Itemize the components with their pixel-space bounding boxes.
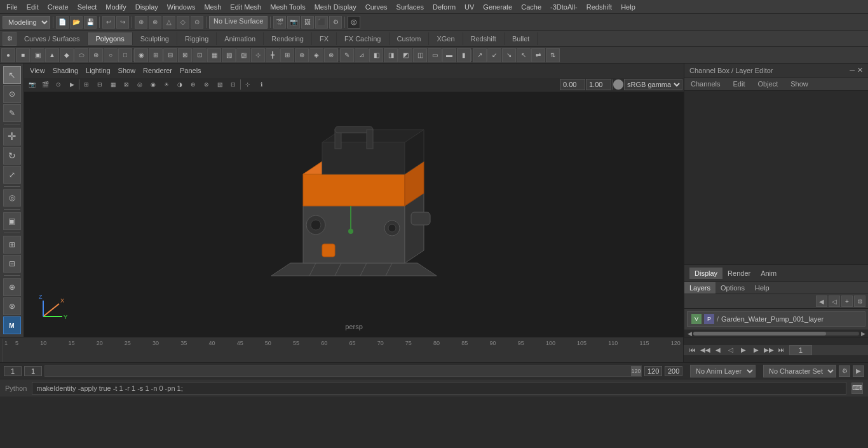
tool-j[interactable]: ◈ [309, 48, 323, 62]
cylinder-icon[interactable]: ⬭ [74, 48, 88, 62]
menu-help[interactable]: Help [617, 2, 639, 12]
tool-z[interactable]: ⇅ [546, 48, 560, 62]
command-line[interactable]: makeIdentity -apply true -t 1 -r 1 -s 1 … [32, 382, 846, 395]
tool-b[interactable]: ⊡ [193, 48, 207, 62]
current-frame[interactable]: 1 [24, 366, 42, 376]
cube2-icon[interactable]: ▣ [31, 48, 44, 62]
info-icon[interactable]: ℹ [255, 78, 268, 91]
cube3-icon[interactable]: ⊞ [149, 48, 163, 62]
menu-uv[interactable]: UV [461, 2, 478, 12]
tool-e[interactable]: ▨ [236, 48, 250, 62]
new-scene-icon[interactable]: 📄 [56, 16, 69, 29]
timeline-ruler[interactable]: 1 5 10 15 20 25 30 35 40 45 50 55 60 65 … [0, 337, 684, 362]
tool-x[interactable]: ↖ [517, 48, 531, 62]
layers-subtab[interactable]: Layers [684, 282, 715, 294]
range-end2[interactable]: 200 [665, 366, 682, 376]
cone-icon[interactable]: ▲ [45, 48, 59, 62]
cube4-icon[interactable]: ⊟ [163, 48, 177, 62]
show-menu[interactable]: Show [115, 66, 139, 75]
scroll-right-arrow[interactable]: ▶ [859, 330, 867, 337]
frame-bar-end[interactable]: 120 [631, 366, 641, 376]
tabbar-gear-icon[interactable]: ⚙ [3, 32, 17, 46]
menu-edit-mesh[interactable]: Edit Mesh [226, 2, 265, 12]
render1-icon[interactable]: 🎬 [273, 16, 286, 29]
menu-modify[interactable]: Modify [102, 2, 130, 12]
tool-h[interactable]: ⊞ [280, 48, 294, 62]
next-frame-icon[interactable]: ▶ [751, 345, 761, 355]
tool3-icon[interactable]: △ [163, 16, 175, 29]
diamond-icon[interactable]: ◆ [60, 48, 74, 62]
save-scene-icon[interactable]: 💾 [84, 16, 97, 29]
step-back-icon[interactable]: ◀◀ [700, 345, 710, 355]
display-tab[interactable]: Display [689, 268, 722, 279]
snap1-icon[interactable]: ⊕ [3, 278, 21, 296]
tab-object[interactable]: Object [751, 78, 784, 90]
hud-icon[interactable]: ⊹ [241, 78, 254, 91]
render5-icon[interactable]: ⚙ [329, 16, 342, 29]
tab-rigging[interactable]: Rigging [177, 32, 217, 45]
tool1-icon[interactable]: ⊕ [135, 16, 147, 29]
3d-viewport[interactable]: View Shading Lighting Show Renderer Pane… [24, 64, 684, 337]
view-menu[interactable]: View [27, 66, 48, 75]
gear-mesh-icon[interactable]: ⊛ [89, 48, 103, 62]
plane-icon[interactable]: □ [118, 48, 132, 62]
tab-polygons[interactable]: Polygons [88, 32, 132, 45]
tool-n[interactable]: ◧ [369, 48, 383, 62]
env-icon[interactable]: ⊕ [187, 78, 200, 91]
paint-tool-icon[interactable]: ✎ [3, 104, 21, 122]
tab-curves-surfaces[interactable]: Curves / Surfaces [17, 32, 88, 45]
menu-select[interactable]: Select [74, 2, 101, 12]
tool-a[interactable]: ⊠ [178, 48, 192, 62]
render2-icon[interactable]: 📷 [287, 16, 300, 29]
shading-menu[interactable]: Shading [50, 66, 81, 75]
tool-k[interactable]: ⊗ [324, 48, 338, 62]
tool-w[interactable]: ↘ [502, 48, 516, 62]
wire-icon[interactable]: ⊠ [120, 78, 133, 91]
tool-g[interactable]: ╋ [266, 48, 280, 62]
tab-show[interactable]: Show [784, 78, 815, 90]
render-tab[interactable]: Render [722, 268, 756, 279]
tool-f[interactable]: ⊹ [251, 48, 265, 62]
cam3-icon[interactable]: ⊙ [52, 78, 65, 91]
start-frame[interactable]: 1 [4, 366, 22, 376]
menu-mesh-tools[interactable]: Mesh Tools [266, 2, 309, 12]
prev-frame-icon[interactable]: ◀ [713, 345, 723, 355]
layers-prev-icon[interactable]: ◀ [816, 295, 827, 307]
layer-visibility[interactable]: V [691, 314, 702, 324]
command-icon[interactable]: ⌨ [851, 383, 863, 394]
cam2-icon[interactable]: 🎬 [39, 78, 51, 91]
grid-icon[interactable]: ⊞ [80, 78, 93, 91]
go-start-icon[interactable]: ⏮ [688, 345, 698, 355]
render3-icon[interactable]: 🖼 [301, 16, 314, 29]
tool-p[interactable]: ◩ [398, 48, 412, 62]
layers-scrollbar[interactable]: ◀ ▶ [684, 329, 868, 337]
tool-y[interactable]: ⇄ [531, 48, 545, 62]
layers-prev2-icon[interactable]: ◁ [829, 295, 840, 307]
move-tool-icon[interactable]: ✛ [3, 128, 21, 146]
menu-file[interactable]: File [3, 2, 22, 12]
tool-v[interactable]: ↙ [487, 48, 501, 62]
tool4-icon[interactable]: ◇ [177, 16, 189, 29]
tab-xgen[interactable]: XGen [429, 32, 463, 45]
tab-redshift[interactable]: Redshift [463, 32, 505, 45]
tool5-icon[interactable]: ⊙ [191, 16, 203, 29]
menu-surfaces[interactable]: Surfaces [393, 2, 428, 12]
menu-create[interactable]: Create [44, 2, 72, 12]
tab-fx[interactable]: FX [312, 32, 337, 45]
tool-m[interactable]: ⊿ [355, 48, 369, 62]
mesh-icon[interactable]: ▦ [107, 78, 119, 91]
go-end-icon[interactable]: ⏭ [776, 345, 787, 355]
playback-options-icon[interactable]: ▶ [853, 365, 864, 377]
tool-i[interactable]: ⊕ [295, 48, 309, 62]
marquee-icon[interactable]: ▣ [3, 212, 21, 230]
menu-display[interactable]: Display [132, 2, 162, 12]
scale-tool-icon[interactable]: ⤢ [3, 166, 21, 184]
torus-icon[interactable]: ○ [104, 48, 118, 62]
render4-icon[interactable]: ⬛ [315, 16, 328, 29]
tool-t[interactable]: ▮ [457, 48, 471, 62]
renderer-menu[interactable]: Renderer [140, 66, 175, 75]
layer-playback[interactable]: P [704, 314, 714, 324]
icon-circle[interactable]: ◎ [348, 16, 360, 29]
tab-rendering[interactable]: Rendering [264, 32, 312, 45]
preferences-icon[interactable]: ⚙ [839, 365, 850, 377]
